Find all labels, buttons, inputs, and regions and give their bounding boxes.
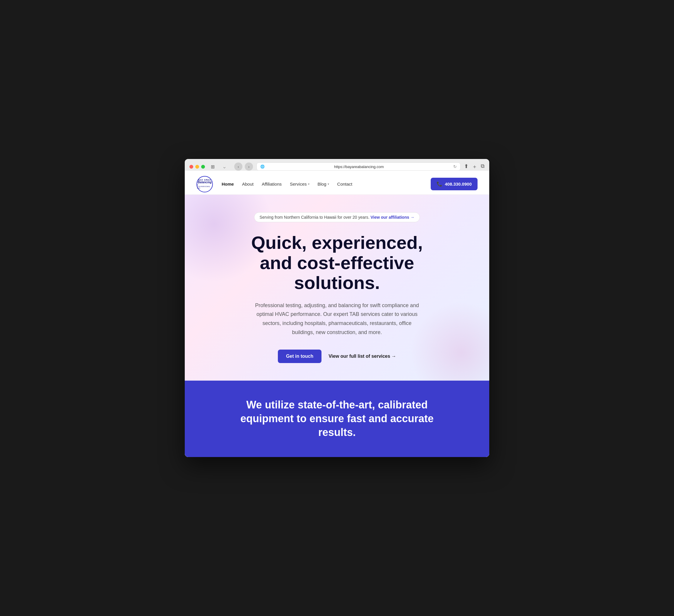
windows-icon[interactable]: ⧉	[481, 163, 484, 170]
nav-affiliations[interactable]: Affiliations	[262, 179, 282, 189]
services-link[interactable]: View our full list of services →	[329, 354, 396, 359]
nav-about[interactable]: About	[242, 179, 253, 189]
hero-section: Serving from Northern California to Hawa…	[185, 195, 489, 381]
nav-services[interactable]: Services ▾	[290, 179, 310, 189]
new-tab-icon[interactable]: ＋	[472, 163, 477, 170]
website-content: BAY AREA Balancing & CLEANROOMS, INC. Ho…	[185, 173, 489, 457]
blue-banner-text: We utilize state-of-the-art, calibrated …	[237, 398, 437, 439]
address-bar[interactable]: 🌐 https://bayareabalancing.com ↻	[256, 162, 461, 171]
phone-button[interactable]: 📞 408.330.0900	[431, 178, 477, 190]
browser-controls: ⊞ ⌄ ‹ › 🌐 https://bayareabalancing.com ↻…	[190, 162, 484, 171]
url-text: https://bayareabalancing.com	[266, 164, 451, 169]
back-button[interactable]: ‹	[234, 162, 242, 171]
blog-chevron-icon: ▾	[328, 182, 329, 186]
chevron-down-icon: ⌄	[220, 162, 228, 171]
get-in-touch-button[interactable]: Get in touch	[278, 350, 322, 363]
logo-balancing-text: Balancing	[198, 181, 212, 184]
phone-icon: 📞	[437, 181, 442, 187]
blue-banner: We utilize state-of-the-art, calibrated …	[185, 381, 489, 457]
nav-contact[interactable]: Contact	[337, 179, 352, 189]
browser-nav: ‹ ›	[234, 162, 253, 171]
affiliations-link[interactable]: View our affiliations →	[371, 215, 415, 220]
traffic-lights	[190, 165, 205, 169]
maximize-button[interactable]	[201, 165, 205, 169]
logo-cleanrooms-text: & CLEANROOMS, INC.	[197, 184, 212, 189]
minimize-button[interactable]	[195, 165, 199, 169]
browser-window: ⊞ ⌄ ‹ › 🌐 https://bayareabalancing.com ↻…	[185, 159, 489, 457]
nav-home[interactable]: Home	[222, 179, 234, 189]
sidebar-toggle-icon[interactable]: ⊞	[209, 162, 217, 171]
refresh-icon[interactable]: ↻	[453, 164, 457, 169]
nav-links: Home About Affiliations Services ▾ Blog …	[222, 179, 431, 189]
logo-circle: BAY AREA Balancing & CLEANROOMS, INC.	[197, 176, 213, 192]
globe-icon: 🌐	[260, 164, 265, 169]
banner-text: Serving from Northern California to Hawa…	[260, 215, 369, 220]
forward-button[interactable]: ›	[245, 162, 253, 171]
browser-chrome: ⊞ ⌄ ‹ › 🌐 https://bayareabalancing.com ↻…	[185, 159, 489, 171]
hero-banner-pill: Serving from Northern California to Hawa…	[254, 212, 420, 222]
share-icon[interactable]: ⬆	[464, 163, 468, 170]
hero-headline: Quick, experienced, and cost-effective s…	[234, 233, 440, 293]
navbar: BAY AREA Balancing & CLEANROOMS, INC. Ho…	[185, 173, 489, 195]
hero-subtext: Professional testing, adjusting, and bal…	[252, 301, 422, 337]
services-chevron-icon: ▾	[308, 182, 310, 186]
browser-actions: ⬆ ＋ ⧉	[464, 163, 484, 170]
hero-actions: Get in touch View our full list of servi…	[278, 350, 396, 363]
logo[interactable]: BAY AREA Balancing & CLEANROOMS, INC.	[197, 176, 213, 192]
nav-blog[interactable]: Blog ▾	[318, 179, 329, 189]
close-button[interactable]	[190, 165, 193, 169]
